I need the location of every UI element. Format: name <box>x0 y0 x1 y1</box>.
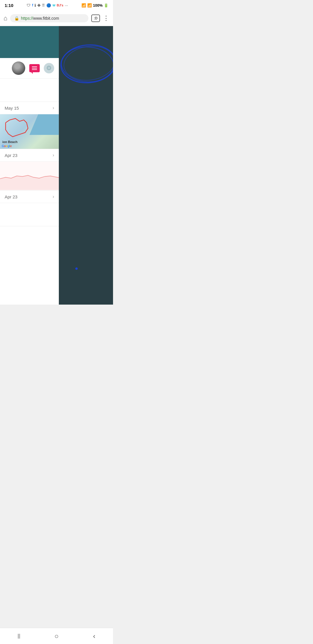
message-lines <box>32 66 37 70</box>
msg-line-2 <box>32 68 37 68</box>
status-time: 1:10 <box>5 3 13 8</box>
page-content: ⚙ May 15 › ion Beach Google Apr 23 › <box>0 26 113 305</box>
avatar-image <box>12 61 25 75</box>
w-icon: w <box>52 3 55 7</box>
activity-date-row-2[interactable]: Apr 23 › <box>0 149 59 162</box>
chevron-right-3: › <box>52 194 54 199</box>
more-status-icon: ··· <box>65 3 68 8</box>
chart-thumbnail-1[interactable] <box>0 162 59 191</box>
url-bar[interactable]: 🔒 https://www.fitbit.com <box>10 14 88 22</box>
accessibility-icon: ✤ <box>37 3 41 8</box>
content-blank-area <box>0 79 59 102</box>
url-text: https://www.fitbit.com <box>21 16 59 21</box>
status-bar: 1:10 🛡 f ℹ ✤ ⠿ 🔵 w BJ's ··· 📶 📶 100% 🔋 <box>0 0 113 10</box>
facebook-icon: f <box>32 3 33 7</box>
browser-home-button[interactable]: ⌂ <box>3 15 7 22</box>
activity-date-row-1[interactable]: May 15 › <box>0 102 59 114</box>
chart-thumbnail-2[interactable] <box>0 203 59 226</box>
gear-icon-wrapper[interactable]: ⚙ <box>44 63 54 73</box>
activity-date-3: Apr 23 <box>5 194 17 199</box>
url-domain: www.fitbit.com <box>33 16 59 21</box>
chevron-right-2: › <box>52 153 54 158</box>
activity-date-1: May 15 <box>5 106 19 111</box>
battery-icon: 🔋 <box>104 3 108 8</box>
avatar[interactable] <box>12 61 25 75</box>
info-icon: ℹ <box>34 3 36 8</box>
blue-dot <box>75 267 78 270</box>
browser-more-button[interactable]: ⋮ <box>103 15 110 22</box>
status-right: 📶 📶 100% 🔋 <box>81 3 108 8</box>
signal-icon: 📶 <box>87 3 92 8</box>
tab-switcher-button[interactable]: :D <box>91 15 100 22</box>
status-icons: 🛡 f ℹ ✤ ⠿ 🔵 w BJ's ··· <box>27 3 68 8</box>
battery-percent: 100% <box>93 3 103 8</box>
gear-icon: ⚙ <box>46 64 52 72</box>
bjs-icon: BJ's <box>57 3 63 7</box>
chrome-icon: 🔵 <box>46 3 51 8</box>
grid-icon: ⠿ <box>42 3 45 8</box>
msg-line-1 <box>32 66 37 67</box>
fitbit-left-panel: ⚙ May 15 › ion Beach Google Apr 23 › <box>0 26 59 305</box>
activity-date-row-3[interactable]: Apr 23 › <box>0 191 59 203</box>
message-icon[interactable] <box>29 64 40 72</box>
shield-icon: 🛡 <box>27 3 30 8</box>
browser-bar: ⌂ 🔒 https://www.fitbit.com :D ⋮ <box>0 10 113 26</box>
wifi-icon: 📶 <box>81 3 86 8</box>
msg-line-3 <box>32 69 37 70</box>
chart-svg-1 <box>0 162 59 190</box>
url-protocol: https:// <box>21 16 33 21</box>
fitbit-nav: ⚙ <box>0 58 59 79</box>
activity-date-2: Apr 23 <box>5 153 17 158</box>
chevron-right-1: › <box>52 105 54 111</box>
map-thumbnail-1[interactable]: ion Beach Google <box>0 114 59 149</box>
lock-icon: 🔒 <box>14 16 19 21</box>
tab-count-label: :D <box>94 16 98 20</box>
google-logo: Google <box>2 144 12 148</box>
map-label: ion Beach <box>2 140 18 144</box>
fitbit-header <box>0 26 59 58</box>
fitbit-right-panel <box>59 26 113 305</box>
